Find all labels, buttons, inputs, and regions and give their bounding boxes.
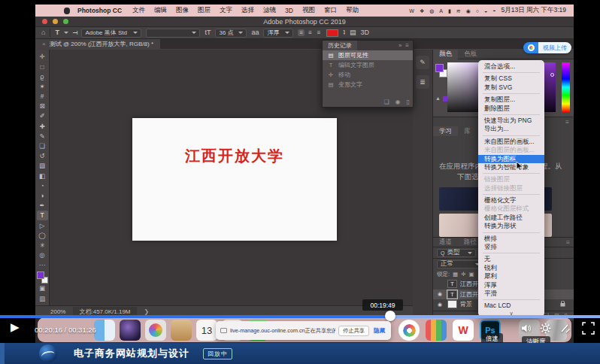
toggle-panels-icon[interactable]: ▤ <box>350 29 356 36</box>
menu-item-quick-export-png[interactable]: 快速导出为 PNG <box>478 117 544 125</box>
shape-tool-icon[interactable]: ◯ <box>37 230 48 240</box>
input-method-icon[interactable]: A <box>439 8 443 14</box>
menu-item-copy-svg[interactable]: 复制 SVG <box>478 83 544 92</box>
tab-libraries[interactable]: 库 <box>458 126 477 136</box>
history-step[interactable]: ✛ 移动 <box>323 70 413 80</box>
tab-learn[interactable]: 学习 <box>433 126 458 136</box>
lock-position-icon[interactable]: ✛ <box>461 271 465 278</box>
layer-thumbnail[interactable] <box>447 300 457 308</box>
collapse-panel-icon[interactable]: » <box>398 42 402 49</box>
menu-view[interactable]: 视图 <box>302 6 315 15</box>
brushes-panel-icon[interactable]: ✎ <box>416 56 429 69</box>
wifi-icon[interactable]: ≋ <box>456 8 461 14</box>
menu-item-strong[interactable]: 浑厚 <box>478 281 544 290</box>
more-tools-icon[interactable]: ⋯ <box>37 260 48 270</box>
siri-icon[interactable]: ◓ <box>492 8 495 14</box>
text-color-swatch[interactable] <box>326 29 338 37</box>
warp-text-icon[interactable]: ʇ <box>343 29 345 36</box>
progress-handle[interactable] <box>385 311 395 321</box>
font-style-select[interactable] <box>146 29 200 38</box>
menu-help[interactable]: 帮助 <box>346 6 359 15</box>
menu-item-none[interactable]: 无 <box>478 255 544 263</box>
color-swatches[interactable] <box>37 271 48 284</box>
fullscreen-icon[interactable] <box>582 322 594 334</box>
healing-brush-tool-icon[interactable]: ✚ <box>37 121 48 131</box>
layer-thumbnail[interactable]: T <box>447 290 457 299</box>
volume-icon[interactable] <box>520 323 532 335</box>
clover-status-icon[interactable]: ❖ <box>420 8 424 14</box>
blend-mode-select[interactable]: 正常 <box>437 260 483 268</box>
lock-pixels-icon[interactable]: ▣ <box>468 271 474 278</box>
zoom-tool-icon[interactable]: ◎ <box>37 250 48 260</box>
menu-item-export-as[interactable]: 导出为... <box>478 125 544 133</box>
history-panel-title[interactable]: 历史记录 <box>323 41 357 50</box>
calendar-dock-icon[interactable]: 13 <box>196 320 217 341</box>
hand-tool-icon[interactable]: ✳ <box>37 241 48 250</box>
wps-dock-icon[interactable]: W <box>453 320 474 341</box>
clone-stamp-tool-icon[interactable]: ❏ <box>37 141 48 151</box>
menubar-app-name[interactable]: Photoshop CC <box>77 7 122 14</box>
user-icon[interactable]: ◉ <box>466 8 471 14</box>
menu-item-convert-to-shape[interactable]: 转换为形状 <box>478 222 544 230</box>
video-frame[interactable]: Photoshop CC 文件 编辑 图像 图层 文字 选择 滤镜 3D 视图 … <box>0 0 600 343</box>
history-step[interactable]: T 编辑文字图层 <box>323 60 413 70</box>
anti-alias-select[interactable]: 浑厚 <box>263 29 293 38</box>
align-left-icon[interactable]: ≡ <box>298 29 305 36</box>
menu-select[interactable]: 选择 <box>241 6 254 15</box>
history-step[interactable]: ▤ 图层可见性 <box>323 50 413 60</box>
crop-tool-icon[interactable]: # <box>37 92 48 102</box>
3d-mode-label[interactable]: 3D <box>361 29 370 36</box>
archive-app-dock-icon[interactable] <box>426 320 447 341</box>
menu-item-horizontal[interactable]: 横排 <box>478 235 544 243</box>
status-chevron-icon[interactable]: ❯ <box>144 308 150 315</box>
menubar-clock[interactable]: 5月13日 周六 下午3:19 <box>502 6 566 15</box>
wps-status-icon[interactable]: W <box>409 8 414 14</box>
menu-file[interactable]: 文件 <box>132 6 145 15</box>
tab-color[interactable]: 颜色 <box>433 50 458 59</box>
menu-item-rasterize-type[interactable]: 栅格化文字 <box>478 196 544 205</box>
document-canvas[interactable]: 江西开放大学 <box>132 118 337 241</box>
menu-3d[interactable]: 3D <box>285 7 293 14</box>
menu-item-delete-layer[interactable]: 删除图层 <box>478 105 544 113</box>
align-center-icon[interactable]: ≡ <box>307 29 314 36</box>
hide-button[interactable]: 隐藏 <box>372 327 386 335</box>
character-panel-icon[interactable]: ≣ <box>416 75 429 89</box>
new-document-from-state-icon[interactable]: ❏ <box>383 99 389 105</box>
menu-item-duplicate-layer[interactable]: 复制图层... <box>478 96 544 104</box>
foreground-color-swatch[interactable] <box>37 271 44 279</box>
screen-mode-icon[interactable]: ▥ <box>37 293 48 303</box>
layer-filter-select[interactable]: Q 类型 <box>437 249 476 257</box>
lock-transparency-icon[interactable]: ▦ <box>453 271 458 278</box>
pen-tool-icon[interactable]: ✒ <box>37 201 48 211</box>
progress-bar[interactable] <box>0 315 600 318</box>
stop-sharing-button[interactable]: 停止共享 <box>338 326 369 336</box>
type-tool-preset-icon[interactable]: T <box>55 29 59 36</box>
lasso-tool-icon[interactable]: ϱ <box>37 71 48 81</box>
menu-item-crisp[interactable]: 犀利 <box>478 272 544 281</box>
upload-pill[interactable]: 视频上传 <box>523 42 571 53</box>
menu-type[interactable]: 文字 <box>220 6 232 15</box>
align-right-icon[interactable]: ≡ <box>316 29 323 36</box>
settings-gear-icon[interactable] <box>540 323 552 335</box>
dodge-tool-icon[interactable]: ◑ <box>37 191 48 201</box>
blur-tool-icon[interactable]: ◔ <box>37 180 48 190</box>
delete-state-icon[interactable]: ▯ <box>407 99 410 105</box>
photos-dock-icon[interactable] <box>120 320 141 341</box>
menu-item-convert-to-frame[interactable]: 转换为图框 <box>478 155 544 163</box>
panel-menu-icon[interactable]: ≡ <box>566 238 570 246</box>
font-family-select[interactable]: Adobe 黑体 Std <box>81 29 141 38</box>
menu-item-create-work-path[interactable]: 创建工作路径 <box>478 214 544 222</box>
font-size-select[interactable]: 36 点 <box>215 29 247 38</box>
menu-item-smooth[interactable]: 平滑 <box>478 290 544 298</box>
panel-menu-icon[interactable]: ≡ <box>565 118 569 126</box>
color-picker-cursor[interactable] <box>550 73 554 77</box>
menu-window[interactable]: 窗口 <box>324 6 337 15</box>
home-icon[interactable]: ⌂ <box>41 29 45 36</box>
close-tab-icon[interactable]: × <box>42 41 46 47</box>
launchpad-dock-icon[interactable] <box>145 320 166 341</box>
hue-slider[interactable] <box>562 62 570 112</box>
annotate-pen-icon[interactable] <box>559 323 571 335</box>
menu-item-copy-css[interactable]: 复制 CSS <box>478 74 544 83</box>
gradient-tool-icon[interactable]: ◧ <box>37 171 48 180</box>
tab-swatches[interactable]: 色板 <box>458 50 483 59</box>
